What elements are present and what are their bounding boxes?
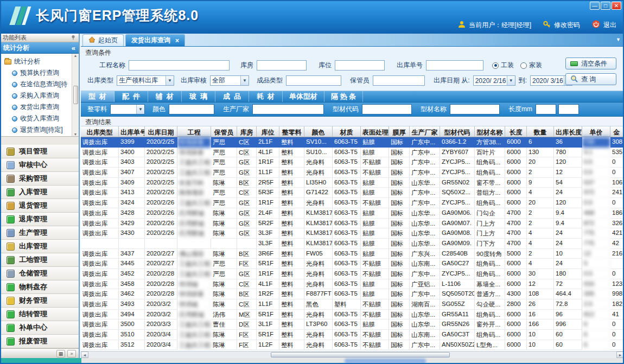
sidebar-item-audit[interactable]: 审核中心 [0, 158, 79, 172]
table-row[interactable]: 调拨出库35102020/3/4工益共工程陈琳F区5R1F整料光身料6063-T… [81, 330, 624, 340]
table-row[interactable]: 调拨出库34002020/2/25华润原著严思C区4L1F整料SU10...60… [81, 148, 624, 158]
logout-link[interactable]: 退出 [603, 21, 616, 30]
minimize-button[interactable]: — [590, 2, 600, 10]
date-from-picker[interactable]: 2020/ 2/16 ▼ [473, 75, 515, 86]
scroll-right-icon[interactable]: ► [616, 352, 624, 358]
column-header[interactable]: 型材代码 [440, 126, 475, 137]
column-header[interactable]: 型材名称 [475, 126, 505, 137]
column-header[interactable]: 生产厂家 [410, 126, 440, 137]
sidebar-item-scrap[interactable]: 报废管理 [0, 335, 79, 348]
scroll-up-icon[interactable]: ▲ [74, 54, 78, 58]
material-tab[interactable]: 耗 材 [249, 91, 283, 102]
work-clothes-radio[interactable] [492, 62, 499, 69]
table-row[interactable]: 调拨出库34092020/2/25长安万科陈琳B区2R5F整料LI35H0606… [81, 178, 624, 188]
sidebar-item-return-goods[interactable]: 退货管理 [0, 199, 79, 213]
pin-icon[interactable] [71, 35, 76, 41]
length-min-input[interactable] [536, 104, 556, 114]
tree-item[interactable]: 收货入库查询 [4, 113, 71, 124]
scroll-left-icon[interactable]: ◄ [81, 352, 88, 358]
table-row[interactable]: 调拨出库34072020/2/25工益共工程严思G区1L1F整料光身料6063-… [81, 168, 624, 178]
order-no-input[interactable] [426, 60, 483, 71]
material-tab[interactable]: 成 品 [215, 91, 249, 102]
column-header[interactable]: 颜色 [304, 126, 333, 137]
tab-start-page[interactable]: 起始页 [82, 34, 124, 46]
sidebar-item-site[interactable]: 工地管理 [0, 253, 79, 267]
table-row[interactable]: 调拨出库34302020/2/26石湾辉城陈琳G区3L3F整料KLM381760… [81, 228, 624, 239]
horizontal-scrollbar[interactable]: ◄ ► [81, 351, 624, 358]
out-type-select[interactable]: 生产领料出库 ▼ [117, 75, 174, 86]
table-row[interactable]: 调拨出库34622020/2/28华润原著陈琳B区1R2F整料F8877FT60… [81, 289, 624, 299]
color-input[interactable] [169, 104, 214, 114]
material-tab[interactable]: 隔 热 条 [324, 91, 363, 102]
sidebar-item-inventory[interactable]: 物料盘存 [0, 280, 79, 294]
tree-item[interactable]: 预算执行查询 [4, 67, 71, 79]
material-tab[interactable]: 单体型材 [283, 91, 324, 102]
column-header[interactable]: 长度 [505, 126, 527, 137]
column-header[interactable]: 单价 [582, 126, 610, 137]
table-row[interactable]: 调拨出库34292020/2/26石湾辉城陈琳G区5R2F整料KLM381760… [81, 219, 624, 229]
column-header[interactable]: 出库长度 [554, 126, 582, 137]
table-row[interactable]: 调拨出库34282020/2/26石湾辉城陈琳G区2L4F整料KLM381760… [81, 208, 624, 219]
product-type-input[interactable] [286, 75, 341, 86]
scroll-down-icon[interactable]: ▼ [74, 132, 78, 136]
table-row[interactable]: 3L3F整料KLM38176063-T5贴膜国标山东华...GA90M09.门下… [81, 239, 624, 249]
panel-grid-icon[interactable]: ▦ [56, 350, 65, 357]
tree-item[interactable]: 采购入库查询 [4, 90, 71, 101]
column-header[interactable]: 整零料 [279, 126, 304, 137]
tree-item[interactable]: 退货查询[待定] [4, 124, 71, 136]
collapse-icon[interactable]: « [72, 44, 75, 52]
table-row[interactable]: 调拨出库34132020/2/26南海项目严思C区5R3F整料G71422606… [81, 188, 624, 198]
hscroll-thumb[interactable] [271, 352, 450, 357]
project-name-input[interactable] [129, 60, 230, 71]
tree-item[interactable]: 调拨查询[待定] [4, 136, 71, 137]
profile-code-input[interactable] [362, 104, 412, 114]
home-decor-radio[interactable] [520, 62, 527, 69]
sidebar-item-storage[interactable]: 仓储管理 [0, 267, 79, 280]
expand-more-icon[interactable]: » [67, 350, 76, 357]
sidebar-item-inbound[interactable]: 入库管理 [0, 186, 79, 199]
table-row[interactable]: 调拨出库34032020/2/25工益共工程严思G区1R1F整料光身料6063-… [81, 157, 624, 168]
table-row[interactable]: 调拨出库35122020/3/4工益共工程陈琳F区1L2F整料光身料6063-T… [81, 340, 624, 350]
sidebar-item-carryover[interactable]: 结转管理 [0, 308, 79, 321]
table-row[interactable]: 调拨出库35002020/3/3工益共工程曹佳D区3L1F整料LT3P60606… [81, 320, 624, 330]
column-header[interactable]: 出库日期 [145, 126, 177, 137]
table-row[interactable]: 调拨出库34582020/2/28华润城陈琳C区4L1F整料光身料6063-T5… [81, 279, 624, 290]
material-tab[interactable]: 玻 璃 [182, 91, 215, 102]
sidebar-item-purchase[interactable]: 采购管理 [0, 172, 79, 186]
column-header[interactable]: 材质 [333, 126, 361, 137]
table-row[interactable]: 调拨出库34242020/2/26工益共工程严思G区1R1F整料光身料6063-… [81, 198, 624, 208]
tree-root[interactable]: 统计分析 [4, 56, 71, 67]
tab-list-caret-icon[interactable]: ▼ [616, 37, 621, 42]
column-header[interactable]: 金 [610, 126, 623, 137]
change-password-link[interactable]: 修改密码 [554, 21, 580, 30]
scroll-thumb[interactable] [73, 86, 78, 104]
sidebar-item-production[interactable]: 生产管理 [0, 226, 79, 240]
sidebar-item-finance[interactable]: 财务管理 [0, 294, 79, 308]
table-row[interactable]: 调拨出库34942020/3/2石湾辉城汤伟M区5R1F整料光身料6063-T5… [81, 310, 624, 320]
tree-item[interactable]: 发货出库查询 [4, 101, 71, 113]
whole-scrap-select[interactable]: 全部 ▼ [110, 104, 145, 114]
stats-section-header[interactable]: 统计分析 « [0, 42, 79, 54]
column-header[interactable]: 出库类型 [81, 126, 119, 137]
tab-close-icon[interactable]: × [175, 37, 179, 44]
column-header[interactable]: 表面处理 [361, 126, 389, 137]
sidebar-item-outbound[interactable]: 出库管理 [0, 240, 79, 253]
maker-input[interactable] [252, 104, 324, 114]
warehouse-input[interactable] [257, 60, 307, 71]
search-button[interactable]: 查 询 [565, 73, 616, 85]
table-row[interactable]: 调拨出库34372020/2/27佛山项目陈琳B区3R6F整料FW056063-… [81, 249, 624, 259]
column-header[interactable]: 数量 [527, 126, 554, 137]
close-button[interactable]: ✕ [612, 2, 621, 10]
material-tab[interactable]: 型 材 [81, 91, 114, 102]
maximize-button[interactable]: □ [601, 2, 610, 10]
keeper-input[interactable] [373, 75, 425, 86]
clear-conditions-button[interactable]: 清空条件 [565, 58, 616, 69]
column-header[interactable]: 膜厚 [389, 126, 410, 137]
table-row[interactable]: 调拨出库34452020/2/27工益共工程严思F区5R1F整料光身料6063-… [81, 259, 624, 269]
column-header[interactable]: 库位 [257, 126, 279, 137]
sidebar-item-supplement[interactable]: 补单中心 [0, 321, 79, 335]
column-header[interactable]: 库房 [237, 126, 257, 137]
length-max-input[interactable] [558, 104, 579, 114]
material-tab[interactable]: 配 件 [114, 91, 148, 102]
tree-item[interactable]: 在途信息查询[待 [4, 79, 71, 90]
